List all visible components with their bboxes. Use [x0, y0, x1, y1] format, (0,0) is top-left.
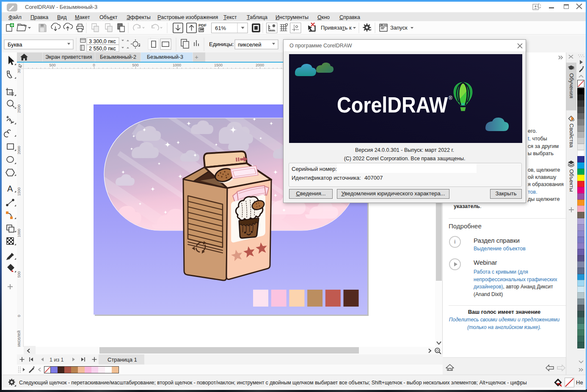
svg-text:2000: 2000 — [256, 63, 264, 67]
svg-text:1 из 1: 1 из 1 — [50, 357, 64, 363]
svg-text:®: ® — [449, 95, 452, 101]
svg-text:1000: 1000 — [17, 229, 21, 237]
svg-text:Буква: Буква — [8, 41, 22, 48]
svg-text:Единицы:: Единицы: — [209, 41, 234, 47]
svg-text:CorelDRAW: CorelDRAW — [337, 93, 448, 117]
svg-text:2000: 2000 — [17, 146, 21, 154]
svg-text:2500: 2500 — [17, 104, 21, 113]
svg-text:1500: 1500 — [17, 187, 21, 196]
svg-text:Запуск: Запуск — [390, 25, 408, 31]
svg-text:500: 500 — [17, 271, 21, 277]
svg-text:1500: 1500 — [214, 63, 223, 67]
svg-text:A: A — [7, 184, 13, 193]
svg-text:500: 500 — [132, 63, 138, 67]
svg-text:3 300,0 пкс: 3 300,0 пкс — [89, 38, 116, 44]
svg-text:пикселей: пикселей — [238, 41, 262, 48]
svg-text:PDF: PDF — [198, 23, 207, 27]
svg-text:0: 0 — [93, 63, 95, 67]
svg-text:Привязать к: Привязать к — [321, 25, 352, 31]
svg-text:61%: 61% — [215, 25, 226, 31]
svg-text:3000: 3000 — [17, 69, 21, 73]
svg-text:0: 0 — [17, 315, 21, 317]
svg-text:пикселей: пикселей — [17, 331, 21, 347]
svg-text:500: 500 — [49, 63, 55, 67]
svg-text:2 550,0 пкс: 2 550,0 пкс — [89, 46, 116, 52]
svg-text:1000: 1000 — [173, 63, 181, 67]
